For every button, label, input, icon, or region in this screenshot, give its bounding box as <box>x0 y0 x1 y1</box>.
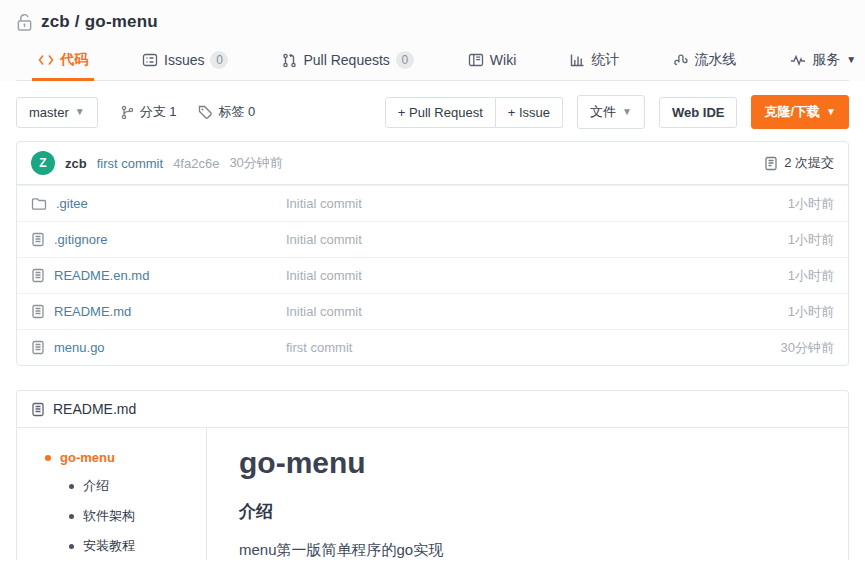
readme-panel: README.md go-menu 介绍 软件架构 安装教程 <box>16 390 849 560</box>
tab-statistics[interactable]: 统计 <box>564 42 625 80</box>
bar-chart-icon <box>570 53 585 67</box>
table-row[interactable]: .gitee Initial commit 1小时前 <box>17 185 848 221</box>
file-link[interactable]: README.md <box>54 304 131 319</box>
latest-commit-bar: Z zcb first commit 4fa2c6e 30分钟前 2 次提交 <box>17 142 848 185</box>
pull-requests-count-badge: 0 <box>396 51 414 69</box>
file-link[interactable]: menu.go <box>54 340 105 355</box>
file-link[interactable]: README.en.md <box>54 268 149 283</box>
table-row[interactable]: .gitignore Initial commit 1小时前 <box>17 221 848 257</box>
file-icon <box>31 232 45 247</box>
tab-wiki[interactable]: Wiki <box>462 42 522 80</box>
bullet-icon <box>45 455 51 461</box>
file-commit-time: 1小时前 <box>788 195 834 213</box>
readme-body: go-menu 介绍 软件架构 安装教程 使用说明 <box>17 428 848 560</box>
tab-code[interactable]: 代码 <box>32 42 94 80</box>
lock-open-icon <box>16 13 33 32</box>
tab-label: 服务 <box>812 51 840 69</box>
tags-link[interactable]: 标签 0 <box>198 103 255 121</box>
tab-label: 代码 <box>60 51 88 69</box>
file-browser-panel: Z zcb first commit 4fa2c6e 30分钟前 2 次提交 <box>16 141 849 366</box>
toc-item-architecture[interactable]: 软件架构 <box>17 501 206 531</box>
file-commit-message[interactable]: first commit <box>286 340 352 355</box>
chevron-down-icon: ▼ <box>826 107 836 117</box>
tab-pull-requests[interactable]: Pull Requests 0 <box>276 42 419 80</box>
readme-header: README.md <box>17 391 848 428</box>
file-icon <box>31 340 45 355</box>
chevron-down-icon: ▼ <box>846 55 856 65</box>
clone-download-button[interactable]: 克隆/下载 ▼ <box>751 95 849 129</box>
file-commit-message[interactable]: Initial commit <box>286 304 362 319</box>
tab-pipelines[interactable]: 流水线 <box>667 42 742 80</box>
pull-request-icon <box>282 53 297 68</box>
readme-title: README.md <box>53 401 136 417</box>
avatar[interactable]: Z <box>31 151 55 175</box>
page-title: zcb / go-menu <box>41 12 158 32</box>
tab-label: Issues <box>164 52 204 68</box>
tag-icon <box>198 105 212 119</box>
pulse-icon <box>790 54 806 66</box>
file-link[interactable]: .gitignore <box>54 232 107 247</box>
file-commit-message[interactable]: Initial commit <box>286 232 362 247</box>
readme-toc: go-menu 介绍 软件架构 安装教程 使用说明 <box>17 428 207 560</box>
tab-label: 统计 <box>591 51 619 69</box>
branches-link[interactable]: 分支 1 <box>120 103 177 121</box>
folder-icon <box>31 197 47 211</box>
file-commit-time: 1小时前 <box>788 267 834 285</box>
branch-icon <box>120 105 134 120</box>
commit-time: 30分钟前 <box>229 154 282 172</box>
tab-label: 流水线 <box>694 51 736 69</box>
bullet-icon <box>69 514 74 519</box>
gitee-repo-page: zcb / go-menu 代码 Issues <box>0 0 865 579</box>
wiki-book-icon <box>468 53 484 67</box>
commit-author[interactable]: zcb <box>65 156 87 171</box>
chevron-down-icon: ▼ <box>622 107 632 117</box>
toc-item-install[interactable]: 安装教程 <box>17 531 206 560</box>
bullet-icon <box>69 544 74 549</box>
toc-item-intro[interactable]: 介绍 <box>17 471 206 501</box>
issues-count-badge: 0 <box>210 51 228 69</box>
toc-item-go-menu[interactable]: go-menu <box>17 444 206 471</box>
repo-toolbar: master ▼ 分支 1 标签 0 + Pull Re <box>0 81 865 141</box>
file-commit-message[interactable]: Initial commit <box>286 196 362 211</box>
commits-count-link[interactable]: 2 次提交 <box>764 154 834 172</box>
file-icon <box>31 268 45 283</box>
repo-header: zcb / go-menu 代码 Issues <box>0 0 865 81</box>
tab-label: Wiki <box>490 52 516 68</box>
table-row[interactable]: menu.go first commit 30分钟前 <box>17 329 848 365</box>
table-row[interactable]: README.en.md Initial commit 1小时前 <box>17 257 848 293</box>
tab-services[interactable]: 服务 ▼ <box>784 42 862 80</box>
chevron-down-icon: ▼ <box>75 107 85 117</box>
bullet-icon <box>69 484 74 489</box>
commit-hash: 4fa2c6e <box>173 156 219 171</box>
pipeline-icon <box>673 53 688 68</box>
web-ide-button[interactable]: Web IDE <box>659 97 738 128</box>
readme-content: go-menu 介绍 menu第一版简单程序的go实现 <box>207 428 848 560</box>
file-icon <box>31 304 45 319</box>
file-commit-time: 1小时前 <box>788 231 834 249</box>
file-commit-time: 30分钟前 <box>781 339 834 357</box>
toolbar-actions: + Pull Request + Issue 文件 ▼ Web IDE 克隆/下… <box>385 95 849 129</box>
tab-issues[interactable]: Issues 0 <box>136 42 234 80</box>
file-commit-time: 1小时前 <box>788 303 834 321</box>
issues-icon <box>142 53 158 67</box>
new-item-button-group: + Pull Request + Issue <box>385 97 563 128</box>
file-menu-button[interactable]: 文件 ▼ <box>577 95 645 129</box>
commits-list-icon <box>764 156 778 171</box>
tab-label: Pull Requests <box>303 52 389 68</box>
file-commit-message[interactable]: Initial commit <box>286 268 362 283</box>
readme-paragraph: menu第一版简单程序的go实现 <box>239 541 816 560</box>
table-row[interactable]: README.md Initial commit 1小时前 <box>17 293 848 329</box>
commit-message-link[interactable]: first commit <box>97 156 163 171</box>
repo-tabbar: 代码 Issues 0 <box>16 42 849 81</box>
new-issue-button[interactable]: + Issue <box>496 97 563 128</box>
readme-subheading: 介绍 <box>239 500 816 523</box>
new-pull-request-button[interactable]: + Pull Request <box>385 97 496 128</box>
branch-selector[interactable]: master ▼ <box>16 97 98 128</box>
file-link[interactable]: .gitee <box>56 196 88 211</box>
readme-heading: go-menu <box>239 446 816 480</box>
readme-file-icon <box>31 402 45 417</box>
code-icon <box>38 53 54 67</box>
